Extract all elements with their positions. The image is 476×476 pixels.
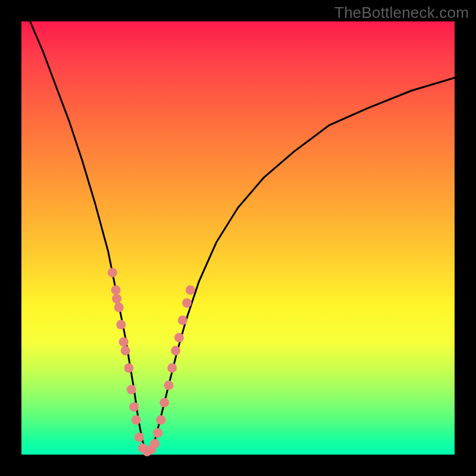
sample-dot <box>124 363 134 372</box>
sample-dot <box>150 439 159 449</box>
sample-dot <box>131 415 141 425</box>
sample-dot <box>178 315 187 325</box>
sample-dot <box>134 433 144 442</box>
chart-frame: TheBottleneck.com <box>0 0 476 476</box>
sample-dot <box>159 398 169 408</box>
sample-dot <box>127 385 136 394</box>
sample-dot <box>156 415 165 425</box>
sample-dot <box>153 428 162 438</box>
sample-dot <box>112 294 121 303</box>
plot-area <box>21 21 455 455</box>
sample-dot <box>171 346 180 355</box>
sample-dot <box>182 298 192 308</box>
bottleneck-curve <box>30 21 455 452</box>
watermark-text: TheBottleneck.com <box>334 4 469 22</box>
sample-dot <box>167 363 177 372</box>
sample-dot <box>116 320 126 330</box>
sample-dot <box>111 285 121 295</box>
sample-dot <box>108 268 117 277</box>
sample-dot <box>164 381 174 390</box>
curve-svg <box>21 21 455 455</box>
sample-dot <box>119 337 129 347</box>
sample-dot <box>186 285 195 295</box>
sample-dot <box>121 346 130 355</box>
sample-dot <box>129 402 139 412</box>
sample-dot <box>114 303 124 312</box>
sample-dots-group <box>108 268 195 456</box>
sample-dot <box>174 333 184 342</box>
